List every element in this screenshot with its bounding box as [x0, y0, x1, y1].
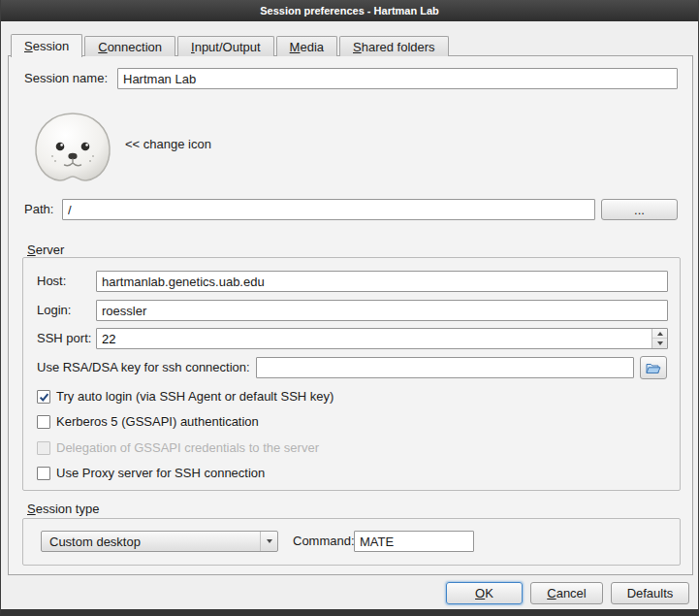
- checkbox-gssapi-delegation: [37, 441, 50, 455]
- command-label: Command:: [293, 531, 355, 552]
- session-type-dropdown-value: Custom desktop: [42, 535, 260, 549]
- tab-shared-folders-label: S: [353, 40, 362, 54]
- ssh-port-spinbox: [96, 328, 668, 349]
- tab-media[interactable]: Media: [276, 36, 337, 56]
- session-tab-pane: Session name:: [8, 55, 693, 575]
- checkbox-kerberos-label[interactable]: Kerberos 5 (GSSAPI) authentication: [56, 413, 259, 431]
- rsa-key-input[interactable]: [256, 357, 634, 378]
- spin-up-icon: [657, 332, 663, 336]
- tab-connection-label: C: [98, 40, 107, 54]
- path-browse-button[interactable]: ...: [601, 199, 678, 220]
- checkbox-proxy-label[interactable]: Use Proxy server for SSH connection: [56, 465, 265, 482]
- window-title: Session preferences - Hartman Lab: [260, 5, 439, 16]
- checkbox-auto-login-label[interactable]: Try auto login (via SSH Agent or default…: [56, 388, 334, 405]
- session-preferences-dialog: Session preferences - Hartman Lab Sessio…: [0, 0, 699, 616]
- checkbox-row-auto-login[interactable]: Try auto login (via SSH Agent or default…: [9, 388, 692, 405]
- ssh-port-input[interactable]: [97, 329, 651, 348]
- cancel-button[interactable]: Cancel: [530, 582, 603, 604]
- path-label: Path:: [24, 199, 53, 220]
- checkbox-kerberos[interactable]: [37, 415, 50, 429]
- checkbox-row-gssapi-delegation: Delegation of GSSAPI credentials to the …: [9, 439, 692, 457]
- spin-down-icon: [657, 341, 663, 345]
- checkbox-proxy[interactable]: [37, 467, 50, 480]
- tab-input-output[interactable]: Input/Output: [177, 36, 274, 56]
- ssh-port-increment-button[interactable]: [652, 329, 667, 339]
- check-icon: [39, 392, 49, 403]
- tab-media-label: M: [290, 40, 301, 54]
- checkbox-gssapi-delegation-label: Delegation of GSSAPI credentials to the …: [56, 439, 319, 457]
- session-type-section-title: Session type: [27, 499, 99, 520]
- checkbox-row-kerberos[interactable]: Kerberos 5 (GSSAPI) authentication: [9, 413, 692, 431]
- rsa-key-label: Use RSA/DSA key for ssh connection:: [37, 357, 250, 378]
- command-input[interactable]: [354, 531, 474, 552]
- ssh-port-label: SSH port:: [37, 328, 91, 349]
- tab-session[interactable]: Session: [11, 34, 82, 57]
- tab-connection[interactable]: Connection: [84, 36, 175, 56]
- change-icon-hint: << change icon: [125, 134, 211, 155]
- path-input[interactable]: [62, 199, 595, 220]
- titlebar[interactable]: Session preferences - Hartman Lab: [1, 0, 698, 21]
- checkbox-row-proxy[interactable]: Use Proxy server for SSH connection: [9, 465, 692, 482]
- session-name-label: Session name:: [24, 68, 108, 89]
- defaults-button[interactable]: Defaults: [611, 582, 689, 604]
- session-type-dropdown[interactable]: Custom desktop: [41, 531, 278, 552]
- tab-shared-folders[interactable]: Shared folders: [339, 36, 449, 56]
- folder-open-icon: [646, 362, 661, 374]
- host-input[interactable]: [96, 271, 668, 292]
- session-icon[interactable]: [29, 109, 116, 186]
- host-label: Host:: [37, 271, 66, 292]
- ssh-port-decrement-button[interactable]: [652, 339, 667, 348]
- login-input[interactable]: [96, 300, 668, 321]
- checkbox-auto-login[interactable]: [37, 390, 50, 404]
- session-name-input[interactable]: [117, 68, 678, 89]
- rsa-key-browse-button[interactable]: [640, 356, 667, 379]
- combo-arrow-icon: [267, 539, 272, 543]
- tab-bar: Session Connection Input/Output Media Sh…: [11, 34, 449, 56]
- login-label: Login:: [37, 300, 71, 321]
- ok-button[interactable]: OK: [446, 582, 523, 604]
- tab-session-label: S: [24, 39, 33, 53]
